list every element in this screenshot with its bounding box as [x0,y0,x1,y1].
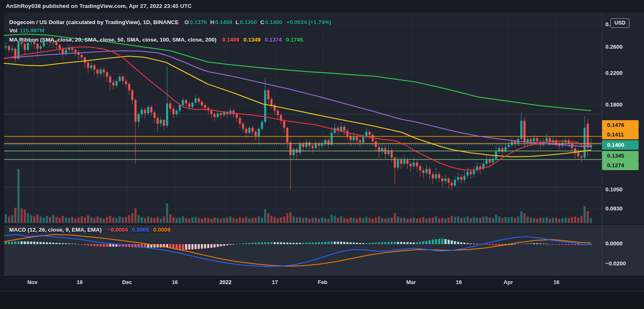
macd-value: 0.0005 [132,227,149,233]
macd-values: −0.00040.00050.0009 [103,227,171,233]
price-level-tag[interactable]: 0.1274 [602,161,639,170]
currency-unit-button[interactable]: USD [610,18,629,28]
ma-value: 0.1745 [286,37,303,43]
ma-ribbon-label[interactable]: MA Ribbon (SMA, close, 20, SMA, close, 5… [9,37,216,43]
symbol-legend-row: Dogecoin / US Dollar (calculated by Trad… [9,19,331,25]
ma-ribbon-legend-row: MA Ribbon (SMA, close, 20, SMA, close, 5… [9,37,303,43]
ohlc-values: O0.1376H0.1459L0.1350C0.1400+0.0024 (+1.… [184,19,331,25]
ohlc-value: 0.1350 [240,19,257,25]
price-level-tag[interactable]: 0.1345 [602,151,639,161]
price-axis-label: 0.1800 [605,101,622,108]
ohlc-letter: C [260,19,264,25]
time-axis-label[interactable]: 16 [456,279,462,285]
price-level-tag[interactable]: 0.1411 [602,130,639,139]
attribution-text: AnShRoy038 published on TradingView.com,… [6,3,192,9]
ohlc-letter: O [184,19,189,25]
time-axis-label[interactable]: Feb [318,279,327,285]
ohlc-value: 0.1376 [190,19,207,25]
price-axis-label: 0.2600 [605,44,622,50]
ohlc-letter: H [210,19,214,25]
change-value: +0.0024 (+1.74%) [286,19,331,25]
time-axis-label[interactable]: Nov [27,279,38,285]
pane-divider[interactable] [0,224,644,225]
time-axis-label[interactable]: Apr [504,279,513,285]
volume-legend-row: Vol 115.997M [9,27,44,34]
price-pane[interactable] [0,12,644,225]
price-axis-label: 0.2200 [605,70,622,76]
attribution-bar: AnShRoy038 published on TradingView.com,… [0,0,644,12]
symbol-title[interactable]: Dogecoin / US Dollar (calculated by Trad… [9,19,179,25]
time-axis-label[interactable]: 16 [77,279,83,285]
macd-value: 0.0009 [153,227,170,233]
macd-label[interactable]: MACD (12, 26, close, 9, EMA, EMA) [9,227,102,233]
ohlc-value: 0.1400 [265,19,282,25]
ma-value: 0.1409 [222,37,239,43]
macd-axis-label: −0.0200 [605,260,626,267]
macd-axis-label: 0.0000 [605,240,622,247]
macd-legend-row: MACD (12, 26, close, 9, EMA, EMA) −0.000… [9,227,170,233]
ma-value: 0.1349 [243,37,260,43]
volume-value: 115.997M [20,27,44,34]
time-axis-label[interactable]: 16 [172,279,178,285]
volume-label[interactable]: Vol [9,27,17,34]
ma-value: 0.1374 [265,37,282,43]
time-axis-label[interactable]: Mar [406,279,416,285]
ohlc-value: 0.1459 [215,19,232,25]
price-axis-label: 0.1050 [605,186,622,193]
time-axis-label[interactable]: Dec [122,279,132,285]
price-level-tag[interactable]: 0.1400 [602,140,639,150]
ma-ribbon-values: 0.14090.13490.13740.1745 [218,37,303,43]
ohlc-letter: L [235,19,239,25]
footer-bar: TradingView [0,291,644,309]
time-axis-label[interactable]: 17 [272,279,278,285]
left-margin [0,12,4,275]
price-level-tag[interactable]: 0.1476 [602,120,639,130]
tradingview-published-chart: AnShRoy038 published on TradingView.com,… [0,0,644,309]
macd-value: −0.0004 [108,227,128,233]
price-axis-label: 0.0930 [605,205,622,212]
time-axis-label[interactable]: 16 [553,279,559,285]
time-axis-label[interactable]: 2022 [220,279,232,285]
